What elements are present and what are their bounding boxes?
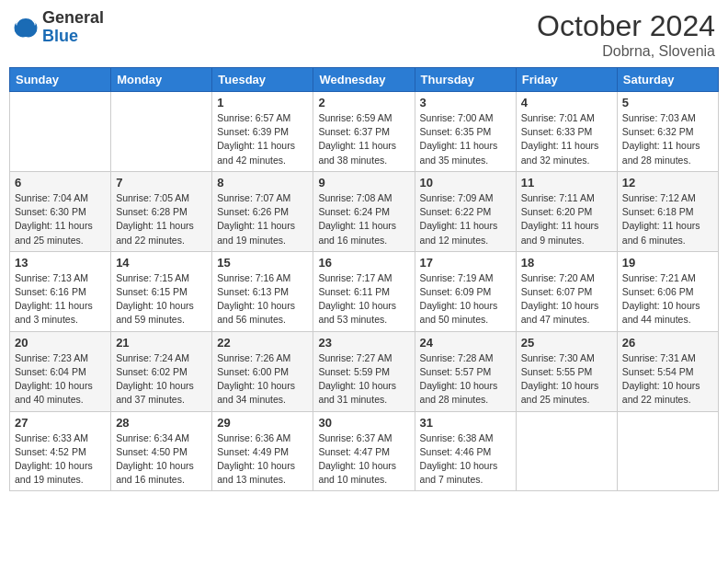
day-number: 13 [15, 256, 106, 270]
sunset-time: Sunset: 6:24 PM [318, 206, 390, 217]
sunrise-time: Sunrise: 6:36 AM [217, 432, 290, 443]
table-row: 26 Sunrise: 7:31 AM Sunset: 5:54 PM Dayl… [617, 331, 718, 411]
day-number: 8 [217, 176, 308, 190]
sunset-time: Sunset: 6:33 PM [521, 126, 593, 137]
day-detail: Sunrise: 7:24 AM Sunset: 6:02 PM Dayligh… [116, 351, 207, 408]
sunrise-time: Sunrise: 6:57 AM [217, 112, 290, 123]
table-row: 12 Sunrise: 7:12 AM Sunset: 6:18 PM Dayl… [617, 171, 718, 251]
table-row: 3 Sunrise: 7:00 AM Sunset: 6:35 PM Dayli… [415, 92, 516, 172]
sunrise-time: Sunrise: 7:23 AM [15, 352, 88, 363]
daylight-hours: Daylight: 11 hours and 6 minutes. [622, 220, 700, 245]
day-number: 28 [116, 416, 207, 430]
sunset-time: Sunset: 6:26 PM [217, 206, 289, 217]
day-detail: Sunrise: 7:11 AM Sunset: 6:20 PM Dayligh… [521, 191, 612, 247]
daylight-hours: Daylight: 10 hours and 40 minutes. [15, 380, 93, 405]
day-detail: Sunrise: 7:20 AM Sunset: 6:07 PM Dayligh… [521, 271, 612, 327]
day-detail: Sunrise: 6:34 AM Sunset: 4:50 PM Dayligh… [116, 431, 207, 488]
table-row: 11 Sunrise: 7:11 AM Sunset: 6:20 PM Dayl… [516, 171, 617, 251]
sunrise-time: Sunrise: 7:24 AM [116, 352, 189, 363]
sunset-time: Sunset: 6:16 PM [15, 286, 86, 297]
day-number: 29 [217, 416, 308, 430]
sunrise-time: Sunrise: 7:15 AM [116, 272, 189, 283]
sunrise-time: Sunrise: 7:03 AM [622, 112, 696, 123]
day-detail: Sunrise: 7:05 AM Sunset: 6:28 PM Dayligh… [116, 191, 207, 247]
daylight-hours: Daylight: 11 hours and 3 minutes. [15, 300, 93, 325]
sunrise-time: Sunrise: 7:19 AM [420, 272, 494, 283]
day-number: 3 [420, 96, 511, 109]
table-row: 6 Sunrise: 7:04 AM Sunset: 6:30 PM Dayli… [10, 171, 111, 251]
sunset-time: Sunset: 6:32 PM [622, 126, 694, 137]
daylight-hours: Daylight: 11 hours and 28 minutes. [622, 140, 700, 165]
month-title: October 2024 [537, 9, 715, 43]
day-number: 30 [318, 416, 409, 430]
col-saturday: Saturday [617, 68, 718, 92]
day-detail: Sunrise: 6:59 AM Sunset: 6:37 PM Dayligh… [318, 111, 409, 167]
day-number: 19 [622, 256, 713, 270]
table-row: 8 Sunrise: 7:07 AM Sunset: 6:26 PM Dayli… [212, 171, 313, 251]
sunrise-time: Sunrise: 7:09 AM [420, 192, 494, 203]
sunrise-time: Sunrise: 6:33 AM [15, 432, 88, 443]
table-row [10, 92, 111, 172]
day-detail: Sunrise: 7:12 AM Sunset: 6:18 PM Dayligh… [622, 191, 713, 247]
sunrise-time: Sunrise: 6:34 AM [116, 432, 189, 443]
calendar-week-row: 1 Sunrise: 6:57 AM Sunset: 6:39 PM Dayli… [10, 92, 719, 172]
sunset-time: Sunset: 6:07 PM [521, 286, 593, 297]
sunset-time: Sunset: 6:11 PM [318, 286, 390, 297]
sunset-time: Sunset: 6:04 PM [15, 366, 86, 377]
location-subtitle: Dobrna, Slovenia [537, 43, 715, 60]
col-monday: Monday [111, 68, 212, 92]
day-detail: Sunrise: 7:23 AM Sunset: 6:04 PM Dayligh… [15, 351, 106, 408]
day-detail: Sunrise: 7:30 AM Sunset: 5:55 PM Dayligh… [521, 351, 612, 408]
logo-icon [13, 15, 39, 40]
daylight-hours: Daylight: 11 hours and 22 minutes. [116, 220, 194, 245]
sunrise-time: Sunrise: 7:30 AM [521, 352, 595, 363]
sunrise-time: Sunrise: 7:08 AM [318, 192, 392, 203]
day-number: 31 [420, 416, 511, 430]
logo-blue: Blue [42, 28, 104, 46]
daylight-hours: Daylight: 10 hours and 28 minutes. [420, 380, 498, 405]
day-detail: Sunrise: 7:28 AM Sunset: 5:57 PM Dayligh… [420, 351, 511, 408]
sunrise-time: Sunrise: 7:17 AM [318, 272, 392, 283]
sunset-time: Sunset: 6:09 PM [420, 286, 492, 297]
day-number: 7 [116, 176, 207, 190]
daylight-hours: Daylight: 10 hours and 53 minutes. [318, 300, 396, 325]
daylight-hours: Daylight: 11 hours and 25 minutes. [15, 220, 93, 245]
day-number: 6 [15, 176, 106, 190]
calendar-week-row: 13 Sunrise: 7:13 AM Sunset: 6:16 PM Dayl… [10, 251, 719, 331]
sunrise-time: Sunrise: 7:16 AM [217, 272, 290, 283]
sunset-time: Sunset: 4:46 PM [420, 446, 492, 457]
sunset-time: Sunset: 4:52 PM [15, 446, 86, 457]
day-detail: Sunrise: 6:57 AM Sunset: 6:39 PM Dayligh… [217, 111, 308, 167]
sunrise-time: Sunrise: 7:05 AM [116, 192, 189, 203]
day-number: 25 [521, 336, 612, 350]
day-detail: Sunrise: 7:00 AM Sunset: 6:35 PM Dayligh… [420, 111, 511, 167]
sunset-time: Sunset: 6:13 PM [217, 286, 289, 297]
table-row: 7 Sunrise: 7:05 AM Sunset: 6:28 PM Dayli… [111, 171, 212, 251]
sunrise-time: Sunrise: 6:59 AM [318, 112, 392, 123]
day-number: 22 [217, 336, 308, 350]
daylight-hours: Daylight: 11 hours and 35 minutes. [420, 140, 498, 165]
day-number: 17 [420, 256, 511, 270]
sunset-time: Sunset: 6:22 PM [420, 206, 492, 217]
col-wednesday: Wednesday [313, 68, 415, 92]
sunrise-time: Sunrise: 7:13 AM [15, 272, 88, 283]
sunset-time: Sunset: 6:37 PM [318, 126, 390, 137]
sunrise-time: Sunrise: 7:28 AM [420, 352, 494, 363]
day-number: 16 [318, 256, 409, 270]
daylight-hours: Daylight: 11 hours and 32 minutes. [521, 140, 599, 165]
daylight-hours: Daylight: 10 hours and 50 minutes. [420, 300, 498, 325]
day-number: 18 [521, 256, 612, 270]
table-row: 19 Sunrise: 7:21 AM Sunset: 6:06 PM Dayl… [617, 251, 718, 331]
daylight-hours: Daylight: 11 hours and 42 minutes. [217, 140, 295, 165]
sunset-time: Sunset: 6:06 PM [622, 286, 694, 297]
day-number: 5 [622, 96, 713, 109]
logo: General Blue [13, 9, 104, 46]
day-detail: Sunrise: 7:13 AM Sunset: 6:16 PM Dayligh… [15, 271, 106, 327]
table-row: 10 Sunrise: 7:09 AM Sunset: 6:22 PM Dayl… [415, 171, 516, 251]
day-number: 21 [116, 336, 207, 350]
daylight-hours: Daylight: 11 hours and 12 minutes. [420, 220, 498, 245]
day-number: 20 [15, 336, 106, 350]
day-number: 24 [420, 336, 511, 350]
sunrise-time: Sunrise: 6:38 AM [420, 432, 494, 443]
title-section: October 2024 Dobrna, Slovenia [537, 9, 715, 60]
